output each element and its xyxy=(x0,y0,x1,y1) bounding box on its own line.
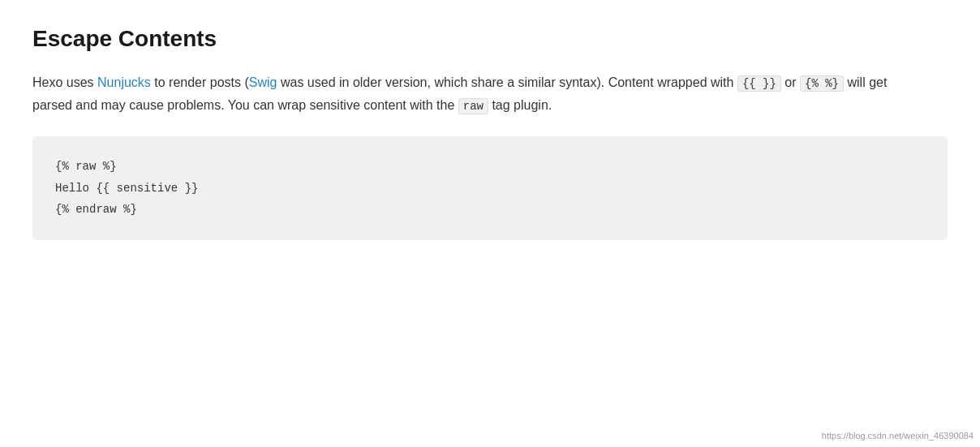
text-was-used: was used in older version, which share a… xyxy=(277,75,737,89)
code-line-3: {% endraw %} xyxy=(55,199,925,221)
code-block: {% raw %} Hello {{ sensitive }} {% endra… xyxy=(32,136,948,240)
page-title: Escape Contents xyxy=(32,26,948,52)
watermark: https://blog.csdn.net/weixin_46390084 xyxy=(822,431,974,441)
inline-code-double-braces: {{ }} xyxy=(737,75,781,92)
text-hexo-uses: Hexo uses xyxy=(32,75,97,89)
text-to-render: to render posts ( xyxy=(151,75,249,89)
text-or: or xyxy=(781,75,800,89)
link-swig[interactable]: Swig xyxy=(249,75,277,89)
code-line-2: Hello {{ sensitive }} xyxy=(55,178,925,200)
text-tag-plugin: tag plugin. xyxy=(488,98,552,112)
link-nunjucks[interactable]: Nunjucks xyxy=(97,75,151,89)
code-line-1: {% raw %} xyxy=(55,156,925,178)
description-paragraph: Hexo uses Nunjucks to render posts (Swig… xyxy=(32,71,925,117)
inline-code-raw: raw xyxy=(458,98,488,114)
inline-code-percent-braces: {% %} xyxy=(800,75,844,92)
